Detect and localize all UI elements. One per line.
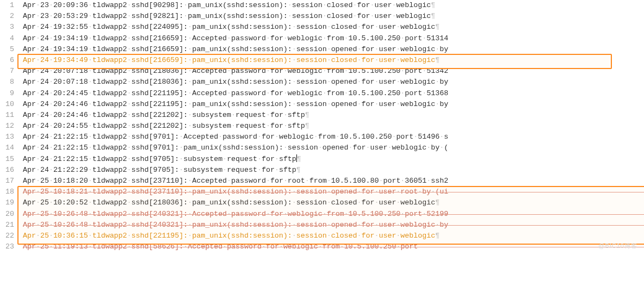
log-token: tldwapp2 (92, 177, 127, 185)
log-line[interactable]: Apr·24·20:24:45·tldwapp2·sshd[221195]:·A… (23, 88, 644, 99)
log-token: password (231, 67, 266, 75)
log-token: user (379, 232, 396, 240)
log-line[interactable]: Apr·25·10:26:48·tldwapp2·sshd[240321]:·A… (23, 209, 644, 220)
log-token: for (262, 155, 275, 163)
log-content[interactable]: Apr·23·20:09:36·tldwapp2·sshd[90298]:·pa… (23, 0, 644, 252)
log-line[interactable]: Apr·24·20:07:18·tldwapp2·sshd[218036]:·A… (23, 66, 644, 77)
whitespace-dot: · (283, 34, 288, 42)
log-line[interactable]: Apr·24·20:24:46·tldwapp2·sshd[221195]:·p… (23, 99, 644, 110)
log-token: closed (327, 12, 353, 20)
line-number: 9 (0, 88, 17, 99)
pilcrow-icon: ¶ (431, 12, 435, 20)
whitespace-dot: · (49, 12, 53, 20)
log-token: sshd[218036]: (132, 198, 188, 207)
log-line[interactable]: Apr·24·21:22:15·tldwapp2·sshd[9701]:·Acc… (23, 132, 644, 142)
log-token: sshd[9701]: (132, 133, 179, 141)
line-number: 7 (0, 66, 17, 77)
log-token: user (370, 144, 387, 152)
whitespace-dot: · (266, 111, 270, 119)
whitespace-dot: · (49, 133, 53, 141)
log-token: by (439, 221, 448, 229)
log-token: 24 (40, 67, 49, 75)
log-token: Apr (23, 56, 36, 64)
whitespace-dot: · (344, 34, 349, 42)
log-token: pam_unix(sshd:session): (183, 144, 283, 152)
line-number: 14 (0, 142, 17, 153)
log-line[interactable]: Apr·24·19:34:19·tldwapp2·sshd[216659]:·p… (23, 44, 644, 55)
log-token: sshd[237110]: (132, 188, 188, 196)
log-token: weblogic (288, 210, 323, 218)
log-token: session (296, 78, 327, 86)
whitespace-dot: · (305, 177, 309, 185)
log-line[interactable]: Apr·24·19:34:49·tldwapp2·sshd[216659]:·p… (23, 55, 644, 66)
log-line[interactable]: Apr·24·20:24:46·tldwapp2·sshd[221202]:·s… (23, 110, 644, 121)
log-token: session (296, 221, 327, 229)
whitespace-dot: · (327, 198, 331, 207)
log-line[interactable]: Apr·25·10:18:21·tldwapp2·sshd[237110]:·p… (23, 186, 644, 197)
log-line[interactable]: Apr·24·19:34:19·tldwapp2·sshd[216659]:·A… (23, 33, 644, 44)
log-line[interactable]: Apr·23·20:09:36·tldwapp2·sshd[90298]:·pa… (23, 0, 644, 11)
log-token: 21:22:15 (53, 144, 88, 152)
log-token: 20:09:36 (53, 1, 88, 9)
log-token: 24 (40, 78, 49, 86)
log-token: 24 (40, 144, 49, 152)
log-token: sshd[221195]: (132, 232, 188, 240)
log-token: pam_unix(sshd:session): (188, 12, 288, 20)
log-token: 25 (40, 177, 49, 185)
log-token: 10.5.100.250 (344, 243, 397, 251)
log-line[interactable]: Apr·25·10:26:48·tldwapp2·sshd[240321]:·p… (23, 220, 644, 231)
log-line[interactable]: Apr·24·19:32:55·tldwapp2·sshd[224095]:·p… (23, 22, 644, 33)
log-line[interactable]: Apr·23·20:53:29·tldwapp2·sshd[92821]:·pa… (23, 11, 644, 22)
whitespace-dot: · (36, 133, 40, 141)
log-line[interactable]: Apr·25·10:20:52·tldwapp2·sshd[218036]:·p… (23, 197, 644, 208)
log-token: request (227, 155, 257, 163)
log-token: Accepted (192, 89, 227, 97)
log-line[interactable]: Apr·25·11:19:13·tldwapp2·sshd[58626]:·Ac… (23, 241, 644, 252)
log-token: ( (444, 144, 448, 152)
line-number: 16 (0, 165, 17, 176)
log-token: weblogic (392, 144, 426, 152)
log-token: Apr (23, 67, 36, 75)
whitespace-dot: · (127, 188, 132, 196)
log-token: weblogic (288, 67, 323, 75)
log-line[interactable]: Apr·24·21:22:29·tldwapp2·sshd[9705]:·sub… (23, 165, 644, 176)
log-token: sftp (279, 166, 296, 174)
log-token: Apr (23, 177, 36, 185)
text-editor-view[interactable]: 1234567891011121314151617181920212223 Ap… (0, 0, 644, 252)
whitespace-dot: · (36, 67, 40, 75)
log-token: Apr (23, 111, 36, 119)
log-line[interactable]: Apr·25·10:18:20·tldwapp2·sshd[237110]:·A… (23, 176, 644, 186)
whitespace-dot: · (279, 243, 283, 251)
log-line[interactable]: Apr·24·20:24:55·tldwapp2·sshd[221202]:·s… (23, 121, 644, 132)
log-token: 25 (40, 210, 49, 218)
log-line[interactable]: Apr·24·20:07:18·tldwapp2·sshd[218036]:·p… (23, 77, 644, 88)
log-token: 10.5.100.250 (349, 34, 401, 42)
line-number: 23 (0, 241, 17, 252)
log-token: Apr (23, 78, 36, 86)
log-line[interactable]: Apr·24·21:22:15·tldwapp2·sshd[9705]:·sub… (23, 154, 644, 165)
log-token: 10:26:48 (53, 210, 88, 218)
log-token: 24 (40, 155, 49, 163)
log-token: for (357, 12, 370, 20)
log-token: request (236, 122, 266, 130)
whitespace-dot: · (36, 198, 40, 207)
log-token: Apr (23, 166, 36, 174)
whitespace-dot: · (266, 122, 270, 130)
log-line[interactable]: Apr·24·21:22:15·tldwapp2·sshd[9701]:·pam… (23, 142, 644, 153)
whitespace-dot: · (357, 56, 362, 64)
pilcrow-icon: ¶ (296, 166, 301, 174)
whitespace-dot: · (36, 89, 40, 97)
log-token: 24 (40, 133, 49, 141)
whitespace-dot: · (49, 122, 53, 130)
whitespace-dot: · (292, 56, 296, 64)
log-line[interactable]: Apr·25·10:36:15·tldwapp2·sshd[221195]:·p… (23, 231, 644, 241)
log-token: for (262, 133, 275, 141)
log-token: tldwapp2 (92, 144, 127, 152)
log-token: Apr (23, 45, 36, 53)
log-token: session (296, 56, 327, 64)
log-token: weblogic (396, 1, 431, 9)
log-token: user (379, 198, 396, 207)
log-token: for (362, 23, 375, 31)
log-token: closed (331, 56, 357, 64)
log-token: pam_unix(sshd:session): (192, 100, 292, 108)
